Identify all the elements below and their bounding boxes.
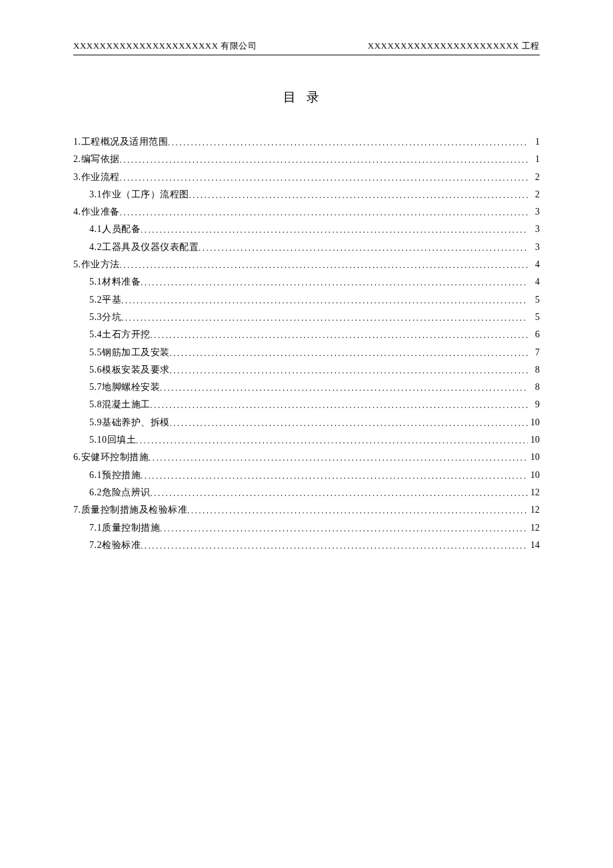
toc-entry-page: 8 — [528, 379, 540, 395]
toc-entry-text: 材料准备 — [102, 274, 141, 290]
toc-entry: 6.2危险点辨识 12 — [73, 485, 540, 501]
toc-entry: 5.4 土石方开挖6 — [73, 327, 540, 343]
toc-entry-number: 2. — [73, 151, 81, 167]
toc-entry-number: 6.1 — [89, 467, 102, 483]
toc-entry-number: 5.6 — [89, 362, 102, 378]
toc-entry-number: 5.2 — [89, 292, 102, 308]
toc-entry: 5.2 平基5 — [73, 292, 540, 308]
toc-entry-number: 5.3 — [89, 309, 102, 325]
toc-dot-leader — [120, 153, 528, 167]
toc-entry-page: 14 — [528, 537, 540, 553]
toc-entry-page: 5 — [528, 292, 540, 308]
toc-dot-leader — [160, 381, 528, 395]
toc-entry-text: 预控措施 — [102, 467, 141, 483]
toc-entry-number: 5.8 — [89, 397, 102, 413]
toc-entry: 5.9 基础养护、拆模10 — [73, 415, 540, 431]
toc-entry-text: 质量控制措施及检验标准 — [81, 502, 188, 518]
toc-entry: 2.编写依据1 — [73, 151, 540, 167]
toc-entry-page: 10 — [528, 449, 540, 465]
toc-dot-leader — [121, 311, 528, 325]
toc-dot-leader — [170, 363, 528, 378]
toc-entry-text: 分坑 — [102, 309, 121, 325]
toc-entry-number: 5.1 — [89, 274, 102, 290]
toc-entry-text: 人员配备 — [102, 221, 141, 237]
toc-entry-page: 3 — [528, 221, 540, 237]
toc-entry: 4.1 人员配备3 — [73, 221, 540, 237]
toc-entry: 6.1 预控措施10 — [73, 467, 540, 483]
toc-entry-text: 作业（工序）流程图 — [102, 187, 189, 203]
toc-entry-page: 10 — [528, 467, 540, 483]
toc-dot-leader — [136, 433, 528, 448]
toc-dot-leader — [120, 258, 528, 273]
toc-entry: 5.1 材料准备4 — [73, 274, 540, 290]
toc-entry-text: 作业方法 — [81, 257, 120, 273]
toc-entry-page: 2 — [528, 187, 540, 203]
toc-entry-text: 基础养护、拆模 — [102, 415, 170, 431]
toc-entry-page: 9 — [528, 397, 540, 413]
toc-entry: 5.3 分坑5 — [73, 309, 540, 325]
toc-entry-page: 12 — [528, 520, 540, 536]
toc-dot-leader — [170, 346, 528, 361]
toc-entry-page: 4 — [528, 274, 540, 290]
toc-entry-page: 3 — [528, 239, 540, 255]
toc-dot-leader — [149, 451, 528, 465]
toc-entry-number: 5.4 — [89, 327, 102, 343]
toc-entry-text: 检验标准 — [102, 537, 141, 553]
toc-entry: 1.工程概况及适用范围1 — [73, 134, 540, 150]
toc-entry-page: 12 — [528, 485, 540, 501]
toc-dot-leader — [187, 503, 528, 518]
toc-entry-page: 1 — [528, 134, 540, 150]
toc-entry-number: 3. — [73, 169, 81, 185]
toc-dot-leader — [141, 223, 528, 237]
toc-entry-number: 6. — [73, 449, 81, 465]
toc-dot-leader — [120, 205, 528, 220]
toc-dot-leader — [168, 135, 528, 150]
toc-entry-page: 3 — [528, 204, 540, 220]
toc-entry-text: 工器具及仪器仪表配置 — [102, 239, 199, 255]
toc-list: 1.工程概况及适用范围12.编写依据13.作业流程23.1作业（工序）流程图 2… — [73, 134, 540, 553]
toc-entry: 5.10 回填土10 — [73, 432, 540, 448]
toc-entry-text: 安健环控制措施 — [81, 449, 149, 465]
toc-entry: 7.质量控制措施及检验标准12 — [73, 502, 540, 518]
toc-entry-number: 4.2 — [89, 239, 102, 255]
toc-entry-number: 5.5 — [89, 345, 102, 361]
toc-entry: 5.6 模板安装及要求8 — [73, 362, 540, 378]
toc-entry: 5.7 地脚螺栓安装8 — [73, 379, 540, 395]
toc-entry-number: 5.7 — [89, 379, 102, 395]
toc-entry-text: 质量控制措施 — [102, 520, 160, 536]
toc-entry: 5.作业方法4 — [73, 257, 540, 273]
toc-entry-page: 6 — [528, 327, 540, 343]
toc-entry: 4.作业准备3 — [73, 204, 540, 220]
toc-dot-leader — [120, 171, 528, 185]
toc-entry-text: 地脚螺栓安装 — [102, 379, 160, 395]
header-project: XXXXXXXXXXXXXXXXXXXXXXX 工程 — [368, 40, 540, 52]
toc-entry-number: 1. — [73, 134, 81, 150]
toc-entry: 4.2 工器具及仪器仪表配置3 — [73, 239, 540, 255]
toc-entry-number: 4. — [73, 204, 81, 220]
toc-dot-leader — [151, 328, 528, 343]
toc-dot-leader — [160, 521, 528, 536]
header-company: XXXXXXXXXXXXXXXXXXXXXX 有限公司 — [73, 40, 257, 52]
toc-entry: 7.1 质量控制措施12 — [73, 520, 540, 536]
toc-entry: 5.8 混凝土施工9 — [73, 397, 540, 413]
toc-entry-page: 7 — [528, 345, 540, 361]
toc-title: 目录 — [73, 89, 540, 106]
toc-entry-number: 7.2 — [89, 537, 102, 553]
toc-dot-leader — [199, 241, 528, 255]
toc-entry-page: 10 — [528, 432, 540, 448]
toc-entry-text: 钢筋加工及安装 — [102, 345, 170, 361]
toc-entry-text: 回填土 — [107, 432, 137, 448]
toc-entry-text: 土石方开挖 — [102, 327, 151, 343]
toc-entry: 7.2 检验标准14 — [73, 537, 540, 553]
toc-entry-number: 7. — [73, 502, 81, 518]
toc-entry-number: 6.2 — [89, 485, 102, 501]
toc-dot-leader — [151, 486, 528, 501]
toc-entry-text: 工程概况及适用范围 — [81, 134, 169, 150]
toc-entry-number: 5. — [73, 257, 81, 273]
toc-entry: 3.作业流程2 — [73, 169, 540, 185]
toc-entry-page: 1 — [528, 151, 540, 167]
toc-entry: 6.安健环控制措施10 — [73, 449, 540, 465]
toc-entry-number: 4.1 — [89, 221, 102, 237]
toc-entry: 3.1作业（工序）流程图 2 — [73, 187, 540, 203]
toc-dot-leader — [141, 539, 528, 553]
